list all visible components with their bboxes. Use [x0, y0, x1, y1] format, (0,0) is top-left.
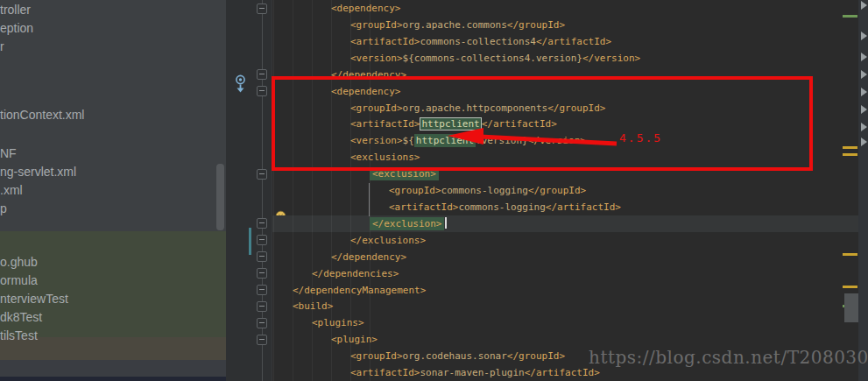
expand-triangle-icon[interactable]: [861, 53, 867, 61]
code-line[interactable]: <artifactId>sonar-maven-plugin</artifact…: [350, 364, 600, 381]
fold-marker[interactable]: [257, 86, 267, 96]
code-line[interactable]: </exclusion>: [370, 215, 447, 232]
active-indent-guide: [369, 183, 370, 216]
project-tree-item[interactable]: tilsTest: [0, 328, 38, 344]
xml-tag: </groupId>: [507, 19, 565, 31]
xml-tag: </artifactId>: [525, 367, 600, 378]
vcs-change-bar[interactable]: [249, 228, 251, 255]
fold-minus-glyph: [259, 256, 265, 257]
error-stripe-mark[interactable]: [843, 253, 857, 256]
indent-guide: [273, 0, 274, 381]
project-tree-item[interactable]: troller: [0, 2, 31, 18]
xml-tag: </dependency>: [331, 251, 406, 263]
fold-marker[interactable]: [257, 69, 267, 80]
code-line[interactable]: <plugin>: [331, 331, 378, 348]
fold-minus-glyph: [259, 90, 265, 91]
error-stripe-mark[interactable]: [843, 153, 857, 156]
fold-marker[interactable]: [257, 235, 267, 245]
project-tree-item[interactable]: ormula: [0, 272, 38, 289]
project-tree-item[interactable]: ng-servlet.xml: [0, 164, 76, 180]
xml-content: commons-logging: [441, 185, 528, 196]
error-stripe-mark[interactable]: [843, 15, 857, 18]
code-line[interactable]: <groupId>org.apache.commons</groupId>: [350, 17, 565, 33]
xml-tag: <artifactId>: [350, 36, 420, 47]
code-line[interactable]: <groupId>commons-logging</groupId>: [389, 182, 586, 199]
fold-marker[interactable]: [257, 268, 267, 279]
navigate-down-icon[interactable]: [233, 74, 248, 96]
xml-tag: <groupId>: [350, 350, 403, 362]
code-line[interactable]: <version>${commons-collections4.version}…: [350, 50, 640, 67]
code-line[interactable]: <plugins>: [312, 314, 364, 331]
project-panel-lower-area: [0, 360, 226, 377]
text-caret: [445, 217, 447, 229]
xml-tag: </version>: [582, 53, 640, 64]
project-tree-item[interactable]: nterviewTest: [0, 291, 68, 307]
xml-tag: </groupId>: [528, 185, 586, 196]
annotation-arrow: [445, 125, 620, 157]
code-line[interactable]: </exclusions>: [350, 232, 426, 249]
fold-marker[interactable]: [257, 285, 267, 295]
project-tree-item[interactable]: o.ghub: [0, 254, 38, 271]
annotation-label: 4.5.5: [619, 131, 662, 145]
expand-triangle-icon[interactable]: [861, 138, 867, 146]
matched-tag-highlight: </exclusion>: [370, 217, 444, 230]
ide-window: trollereptionrtionContext.xmlNFng-servle…: [0, 0, 868, 381]
fold-minus-glyph: [259, 173, 265, 174]
code-line[interactable]: </dependencies>: [312, 265, 399, 282]
fold-marker[interactable]: [257, 301, 267, 312]
code-line[interactable]: <dependency>: [331, 0, 400, 17]
error-stripe-mark[interactable]: [843, 286, 857, 288]
project-tree-item[interactable]: dk8Test: [0, 309, 42, 326]
fold-minus-glyph: [259, 222, 265, 223]
fold-minus-glyph: [259, 339, 265, 340]
sidebar-scrollbar-thumb[interactable]: [216, 164, 224, 230]
expand-triangle-icon[interactable]: [861, 32, 867, 40]
code-line[interactable]: </dependencyManagement>: [293, 282, 426, 299]
xml-tag: </dependencies>: [312, 268, 399, 279]
xml-tag: <artifactId>: [389, 201, 458, 213]
fold-minus-glyph: [259, 272, 265, 273]
project-tree-item[interactable]: .xml: [0, 182, 23, 199]
xml-content: ${commons-collections4.version}: [403, 53, 582, 64]
xml-content: org.codehaus.sonar: [403, 350, 507, 362]
fold-minus-glyph: [259, 306, 265, 307]
project-tree-item[interactable]: r: [0, 39, 4, 55]
caret-row-highlight: [272, 215, 864, 232]
project-panel: trollereptionrtionContext.xmlNFng-servle…: [0, 0, 226, 381]
xml-tag: </artifactId>: [536, 36, 611, 47]
fold-marker[interactable]: [257, 218, 267, 229]
code-line[interactable]: </dependency>: [331, 249, 406, 265]
expand-triangle-icon[interactable]: [861, 123, 867, 131]
xml-tag: <version>: [350, 53, 403, 64]
xml-tag: </exclusions>: [350, 235, 426, 246]
expand-triangle-icon[interactable]: [861, 70, 867, 79]
project-tree-item[interactable]: NF: [0, 145, 17, 162]
xml-tag: <groupId>: [389, 185, 441, 196]
project-tree-item[interactable]: p: [0, 201, 7, 217]
xml-tag: <dependency>: [331, 3, 400, 14]
code-line[interactable]: <build>: [293, 298, 333, 314]
fold-marker[interactable]: [257, 169, 267, 180]
fold-marker[interactable]: [257, 318, 267, 328]
project-tree-item[interactable]: tionContext.xml: [0, 107, 84, 123]
expand-triangle-icon[interactable]: [861, 105, 867, 114]
watermark-url: https://blog.csdn.net/T2080305: [589, 347, 868, 368]
xml-tag: </dependencyManagement>: [293, 285, 426, 296]
fold-marker[interactable]: [257, 335, 267, 345]
code-line[interactable]: <artifactId>commons-logging</artifactId>: [389, 199, 621, 215]
error-stripe-mark[interactable]: [843, 146, 857, 149]
fold-marker[interactable]: [257, 251, 267, 262]
fold-minus-glyph: [259, 239, 265, 240]
project-tree-item[interactable]: eption: [0, 20, 33, 37]
fold-minus-glyph: [259, 8, 265, 9]
code-line[interactable]: <artifactId>commons-collections4</artifa…: [350, 33, 611, 50]
code-line[interactable]: <groupId>org.codehaus.sonar</groupId>: [350, 348, 565, 364]
expand-triangle-icon[interactable]: [861, 88, 867, 96]
xml-content: org.apache.commons: [403, 19, 507, 31]
expand-triangle-icon[interactable]: [861, 1, 867, 10]
indent-guide: [293, 0, 293, 381]
xml-tag: <build>: [293, 300, 333, 312]
xml-tag: <artifactId>: [350, 367, 420, 378]
xml-tag: </groupId>: [507, 350, 565, 362]
fold-marker[interactable]: [257, 4, 267, 14]
